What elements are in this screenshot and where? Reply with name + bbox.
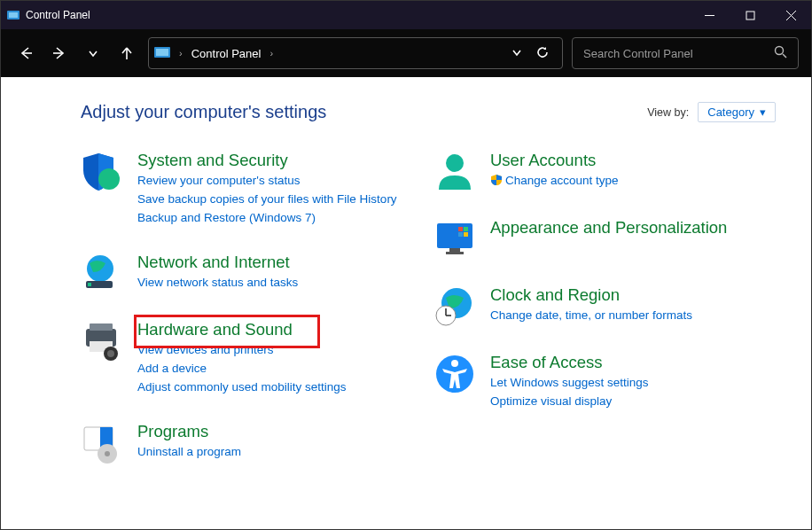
close-button[interactable] xyxy=(770,1,811,29)
category-programs: Programs Uninstall a program xyxy=(81,422,423,464)
search-placeholder: Search Control Panel xyxy=(583,47,774,60)
category-sublink[interactable]: Uninstall a program xyxy=(137,443,423,462)
viewby-selector[interactable]: Category ▾ xyxy=(698,102,776,122)
category-sublink[interactable]: View network status and tasks xyxy=(137,274,423,292)
header-row: Adjust your computer's settings View by:… xyxy=(1,102,811,122)
uac-shield-icon xyxy=(490,174,503,186)
refresh-button[interactable] xyxy=(528,45,557,62)
up-button[interactable] xyxy=(114,37,139,69)
category-network: Network and Internet View network status… xyxy=(81,253,423,295)
svg-point-20 xyxy=(107,350,114,357)
category-title[interactable]: Programs xyxy=(137,422,423,441)
page-title: Adjust your computer's settings xyxy=(81,102,647,122)
svg-rect-15 xyxy=(88,283,91,286)
category-title[interactable]: Appearance and Personalization xyxy=(490,218,776,238)
address-bar-app-icon xyxy=(154,46,170,61)
svg-rect-3 xyxy=(746,12,754,19)
search-icon xyxy=(774,45,787,61)
search-input[interactable]: Search Control Panel xyxy=(572,37,799,69)
address-segment[interactable]: Control Panel xyxy=(191,47,262,60)
category-hardware-sound: Hardware and Sound View devices and prin… xyxy=(81,320,423,397)
shield-icon xyxy=(81,151,123,193)
svg-point-24 xyxy=(105,451,110,456)
chevron-right-icon[interactable]: › xyxy=(176,48,186,58)
address-dropdown[interactable] xyxy=(511,46,523,61)
content-area: Adjust your computer's settings View by:… xyxy=(1,77,811,529)
chevron-down-icon: ▾ xyxy=(760,105,766,119)
svg-rect-31 xyxy=(458,232,463,237)
svg-rect-30 xyxy=(464,227,468,231)
svg-point-25 xyxy=(446,154,464,172)
view-by-control: View by: Category ▾ xyxy=(647,102,776,122)
viewby-value: Category xyxy=(707,105,754,119)
titlebar-app-icon xyxy=(1,8,26,22)
category-system-security: System and Security Review your computer… xyxy=(81,151,423,228)
category-title[interactable]: System and Security xyxy=(137,151,423,170)
category-sublink[interactable]: Let Windows suggest settings xyxy=(490,374,776,393)
programs-icon xyxy=(81,422,123,464)
globe-icon xyxy=(81,253,123,295)
address-bar[interactable]: › Control Panel › xyxy=(148,37,563,69)
category-clock-region: Clock and Region Change date, time, or n… xyxy=(433,285,776,328)
titlebar-title: Control Panel xyxy=(26,9,689,21)
category-sublink[interactable]: Change account type xyxy=(490,172,776,191)
category-sublink[interactable]: Review your computer's status xyxy=(137,172,423,191)
category-title[interactable]: Hardware and Sound xyxy=(137,320,423,339)
window-controls xyxy=(689,1,811,29)
forward-button[interactable] xyxy=(47,37,72,69)
user-icon xyxy=(433,151,476,193)
svg-rect-27 xyxy=(449,248,460,252)
svg-rect-32 xyxy=(464,232,468,237)
category-sublink[interactable]: View devices and printers xyxy=(137,341,423,360)
category-title[interactable]: User Accounts xyxy=(490,151,776,170)
left-column: System and Security Review your computer… xyxy=(81,151,423,464)
category-sublink[interactable]: Save backup copies of your files with Fi… xyxy=(137,191,423,209)
svg-rect-9 xyxy=(156,49,168,56)
svg-point-38 xyxy=(451,360,458,367)
category-title[interactable]: Ease of Access xyxy=(490,353,776,372)
recent-dropdown[interactable] xyxy=(81,37,105,69)
category-appearance: Appearance and Personalization xyxy=(433,218,776,261)
category-sublink[interactable]: Adjust commonly used mobility settings xyxy=(137,378,423,397)
svg-line-11 xyxy=(783,54,786,58)
category-title[interactable]: Clock and Region xyxy=(490,285,776,305)
minimize-button[interactable] xyxy=(689,1,730,29)
svg-rect-28 xyxy=(446,252,464,254)
category-title[interactable]: Network and Internet xyxy=(137,253,423,272)
back-button[interactable] xyxy=(13,37,38,69)
category-sublink[interactable]: Optimize visual display xyxy=(490,393,776,411)
viewby-label: View by: xyxy=(647,106,689,119)
svg-rect-17 xyxy=(90,323,113,331)
category-ease-of-access: Ease of Access Let Windows suggest setti… xyxy=(433,353,776,411)
right-column: User Accounts Change account type Appear… xyxy=(433,151,776,464)
monitor-icon xyxy=(433,218,476,261)
svg-point-12 xyxy=(98,168,120,190)
navbar: › Control Panel › Search Control Panel xyxy=(1,29,811,77)
titlebar: Control Panel xyxy=(1,1,811,29)
category-user-accounts: User Accounts Change account type xyxy=(433,151,776,193)
svg-rect-29 xyxy=(458,227,463,231)
accessibility-icon xyxy=(433,353,476,395)
category-sublink[interactable]: Change date, time, or number formats xyxy=(490,307,776,325)
svg-point-10 xyxy=(776,47,784,55)
svg-rect-1 xyxy=(9,12,18,18)
maximize-button[interactable] xyxy=(730,1,770,29)
printer-icon xyxy=(81,320,123,362)
chevron-right-icon[interactable]: › xyxy=(266,48,277,58)
category-sublink[interactable]: Add a device xyxy=(137,360,423,378)
clock-globe-icon xyxy=(433,285,476,328)
category-sublink[interactable]: Backup and Restore (Windows 7) xyxy=(137,209,423,228)
